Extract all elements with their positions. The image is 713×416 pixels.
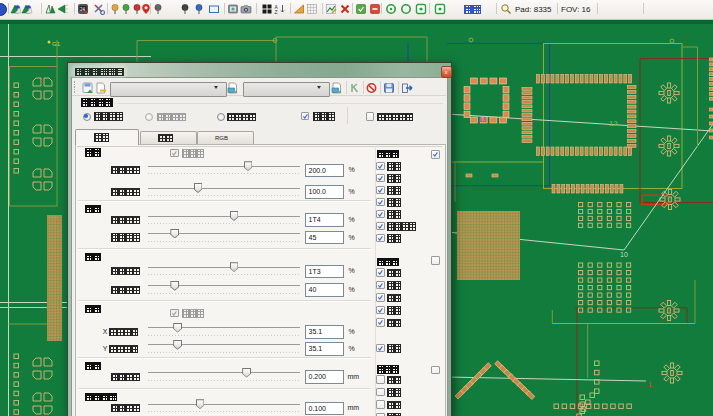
svg-text:24: 24 bbox=[80, 6, 86, 11]
svg-text:2223: 2223 bbox=[48, 215, 58, 220]
svg-text:13: 13 bbox=[479, 116, 487, 123]
svg-text:1: 1 bbox=[648, 380, 653, 389]
svg-text:Z: Z bbox=[275, 9, 278, 15]
svg-text:2: 2 bbox=[41, 79, 44, 85]
svg-text:12: 12 bbox=[609, 119, 618, 128]
svg-text:10: 10 bbox=[620, 251, 628, 258]
svg-text:G1: G1 bbox=[52, 41, 61, 47]
